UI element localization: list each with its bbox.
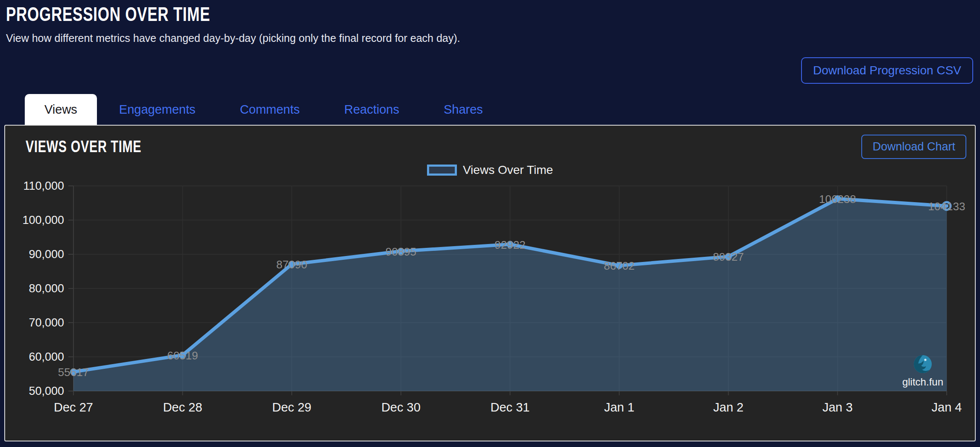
y-axis-label: 90,000 xyxy=(29,248,64,261)
data-point-label: 86702 xyxy=(604,260,635,273)
download-chart-button[interactable]: Download Chart xyxy=(861,135,966,159)
legend-label: Views Over Time xyxy=(463,163,553,177)
legend-swatch xyxy=(427,165,457,176)
watermark-label: glitch.fun xyxy=(902,376,943,388)
x-axis-label: Dec 27 xyxy=(54,400,93,414)
tab-views[interactable]: Views xyxy=(25,94,97,125)
progression-page: PROGRESSION OVER TIME View how different… xyxy=(0,3,980,441)
chart-card-header: VIEWS OVER TIME Download Chart xyxy=(14,133,966,160)
csv-button-row: Download Progression CSV xyxy=(0,57,973,84)
page-subtitle: View how different metrics have changed … xyxy=(6,32,980,44)
tab-comments[interactable]: Comments xyxy=(218,94,322,125)
tab-reactions[interactable]: Reactions xyxy=(322,94,421,125)
y-axis-label: 70,000 xyxy=(29,316,64,329)
x-axis-label: Jan 4 xyxy=(932,400,962,414)
page-title: PROGRESSION OVER TIME xyxy=(6,3,980,25)
tab-bar: Views Engagements Comments Reactions Sha… xyxy=(25,94,980,125)
tab-shares[interactable]: Shares xyxy=(421,94,505,125)
data-point-label: 60519 xyxy=(167,349,198,362)
x-axis-label: Dec 31 xyxy=(491,400,530,414)
x-axis-label: Jan 1 xyxy=(604,400,635,414)
data-point-label: 90895 xyxy=(386,245,416,258)
chart-area: 50,00060,00070,00080,00090,000100,000110… xyxy=(14,179,966,421)
data-point-label: 87090 xyxy=(276,259,307,271)
download-progression-csv-button[interactable]: Download Progression CSV xyxy=(801,57,973,84)
views-line-chart[interactable]: 50,00060,00070,00080,00090,000100,000110… xyxy=(14,179,970,419)
x-axis-label: Dec 29 xyxy=(272,400,311,414)
data-point-label: 55617 xyxy=(58,366,89,379)
y-axis-label: 80,000 xyxy=(29,282,64,295)
chart-card: VIEWS OVER TIME Download Chart Views Ove… xyxy=(4,125,976,441)
data-point-label: 106238 xyxy=(819,193,856,206)
watermark: glitch.fun xyxy=(902,354,943,388)
glitch-fun-logo-icon xyxy=(913,354,933,374)
x-axis-label: Jan 2 xyxy=(713,400,743,414)
x-axis-label: Dec 30 xyxy=(381,400,421,414)
data-point-label: 104133 xyxy=(928,200,965,213)
chart-legend[interactable]: Views Over Time xyxy=(14,163,966,177)
tab-engagements[interactable]: Engagements xyxy=(97,94,218,125)
y-axis-label: 110,000 xyxy=(23,179,64,192)
data-point-label: 89327 xyxy=(713,251,744,264)
data-point-label: 92922 xyxy=(494,238,525,251)
x-axis-label: Jan 3 xyxy=(822,400,853,414)
y-axis-label: 100,000 xyxy=(22,214,64,226)
y-axis-label: 60,000 xyxy=(29,350,64,363)
chart-title: VIEWS OVER TIME xyxy=(26,138,178,155)
y-axis-label: 50,000 xyxy=(29,385,64,397)
x-axis-label: Dec 28 xyxy=(163,400,202,414)
